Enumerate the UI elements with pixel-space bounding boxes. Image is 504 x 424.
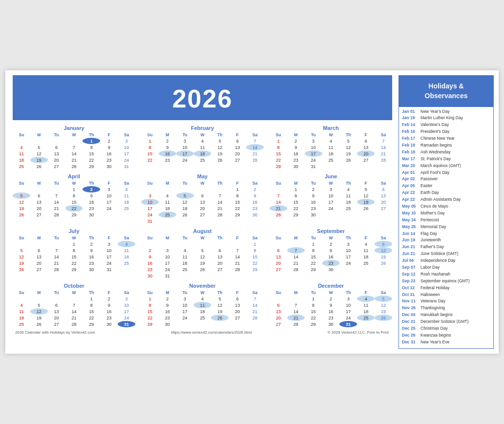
holiday-name: St. Patrick's Day <box>420 156 451 162</box>
month-table-november: SuMTuWThFSa 1234567 891011121314 1516171… <box>141 290 264 327</box>
holiday-item: Dec 31New Year's Eve <box>402 339 490 345</box>
holiday-item: Jul 04Independence Day <box>402 258 490 264</box>
holiday-name: Martin Luther King Day <box>420 115 463 121</box>
holiday-item: Jun 21Father's Day <box>402 244 490 250</box>
holiday-item: Apr 22Admin Assistants Day <box>402 197 490 203</box>
month-title-march: March <box>270 125 392 131</box>
holiday-date: Nov 11 <box>402 298 419 304</box>
holiday-item: Oct 31Halloween <box>402 292 490 298</box>
holiday-name: Veterans Day <box>420 298 445 304</box>
holiday-date: Apr 01 <box>402 170 419 176</box>
holiday-name: Chinese New Year <box>420 136 455 142</box>
holiday-name: Pentecost <box>420 217 439 223</box>
sidebar-header: Holidays &Observances <box>399 76 493 106</box>
holiday-name: Halloween <box>420 292 440 298</box>
holiday-name: Christmas Day <box>420 326 448 332</box>
holiday-name: Flag Day <box>420 231 437 237</box>
holiday-item: Nov 26Thanksgiving <box>402 305 490 311</box>
holiday-name: President's Day <box>420 129 449 135</box>
holiday-date: Mar 17 <box>402 156 419 162</box>
footer-left: 2026 Calendar with Holidays by Vertex42.… <box>15 330 95 335</box>
holiday-item: Apr 01April Fool's Day <box>402 170 490 176</box>
holiday-date: Jan 01 <box>402 109 419 115</box>
holiday-item: Mar 20March equinox (GMT) <box>402 163 490 169</box>
holiday-name: Mother's Day <box>420 211 445 216</box>
holiday-item: Mar 17St. Patrick's Day <box>402 156 490 162</box>
holiday-item: May 25Memorial Day <box>402 224 490 230</box>
month-table-october: SuMTuWThFSa 123 45678910 11121314151617 … <box>13 290 135 327</box>
holiday-date: Sep 12 <box>402 272 419 277</box>
month-december: December SuMTuWThFSa 12345 6789101112 13… <box>270 283 392 327</box>
holiday-date: May 24 <box>402 217 419 223</box>
holiday-date: Oct 31 <box>402 292 419 298</box>
holiday-name: Rosh Hashanah <box>420 272 450 277</box>
holiday-item: Jan 01New Year's Day <box>402 109 490 115</box>
holiday-item: Feb 14Valentine's Day <box>402 122 490 128</box>
holiday-name: Juneteenth <box>420 237 441 243</box>
month-october: October SuMTuWThFSa 123 45678910 1112131… <box>13 283 135 327</box>
holiday-date: Apr 05 <box>402 183 419 189</box>
holiday-date: Feb 18 <box>402 143 419 148</box>
holiday-item: Oct 12Federal Holiday <box>402 285 490 291</box>
holiday-date: Dec 25 <box>402 326 419 332</box>
month-title-february: February <box>141 125 264 131</box>
holiday-date: Apr 22 <box>402 197 419 203</box>
holiday-date: Sep 23 <box>402 278 419 284</box>
holiday-date: Jun 19 <box>402 237 419 243</box>
month-march: March SuMTuWThFSa 1234567 891011121314 1… <box>270 125 392 170</box>
month-table-july: SuMTuWThFSa 1234 567891011 1213141516171… <box>13 235 135 273</box>
month-table-december: SuMTuWThFSa 12345 6789101112 13141516171… <box>270 290 392 327</box>
month-september: September SuMTuWThFSa 12345 6789101112 1… <box>270 228 392 279</box>
holidays-sidebar: Holidays &Observances Jan 01New Year's D… <box>399 75 494 348</box>
holiday-date: Dec 26 <box>402 333 419 339</box>
month-table-march: SuMTuWThFSa 1234567 891011121314 1516171… <box>270 132 392 170</box>
holiday-name: Labor Day <box>420 265 440 271</box>
month-table-june: SuMTuWThFSa 123456 78910111213 141516171… <box>270 180 392 218</box>
month-january: January SuMTuWThFSa 123 45678910 1112131… <box>13 125 135 170</box>
holiday-item: Nov 11Veterans Day <box>402 298 490 304</box>
holiday-name: Passover <box>420 176 438 182</box>
month-title-april: April <box>13 173 135 179</box>
holiday-name: Federal Holiday <box>420 285 450 291</box>
holiday-item: Jun 14Flag Day <box>402 231 490 237</box>
holiday-name: Ash Wednesday <box>420 149 451 155</box>
holiday-date: Feb 17 <box>402 136 419 142</box>
holiday-item: Apr 05Easter <box>402 183 490 189</box>
holiday-item: Sep 07Labor Day <box>402 265 490 271</box>
holiday-date: May 10 <box>402 211 419 216</box>
holiday-item: Jun 21June Solstice (GMT) <box>402 251 490 257</box>
holiday-item: Jan 19Martin Luther King Day <box>402 115 490 121</box>
holiday-date: Nov 26 <box>402 305 419 311</box>
holiday-name: Independence Day <box>420 258 455 264</box>
holiday-name: Cinco de Mayo <box>420 204 448 210</box>
holiday-name: Memorial Day <box>420 224 446 230</box>
holiday-date: Dec 04 <box>402 312 419 318</box>
holiday-name: March equinox (GMT) <box>420 163 461 169</box>
holiday-name: Earth Day <box>420 190 439 196</box>
holiday-name: Kwanzaa begins <box>420 333 451 339</box>
holiday-list: Jan 01New Year's DayJan 19Martin Luther … <box>399 107 493 348</box>
month-title-january: January <box>13 125 135 131</box>
holiday-name: June Solstice (GMT) <box>420 251 458 257</box>
holiday-date: Dec 31 <box>402 339 419 345</box>
holiday-name: April Fool's Day <box>420 170 449 176</box>
holiday-name: December Solstice (GMT) <box>420 319 468 325</box>
holiday-item: Jun 19Juneteenth <box>402 237 490 243</box>
calendar-section: 2026 January SuMTuWThFSa 123 45678910 <box>10 75 395 348</box>
holiday-name: Admin Assistants Day <box>420 197 461 203</box>
holiday-item: Dec 25Christmas Day <box>402 326 490 332</box>
footer: 2026 Calendar with Holidays by Vertex42.… <box>13 330 392 335</box>
holiday-name: Easter <box>420 183 433 189</box>
holiday-name: Father's Day <box>420 244 444 250</box>
holiday-item: May 05Cinco de Mayo <box>402 204 490 210</box>
holiday-name: Thanksgiving <box>420 305 445 311</box>
holiday-item: Sep 23September equinox (GMT) <box>402 278 490 284</box>
footer-center: https://www.vertex42.com/calendars/2026.… <box>95 330 328 335</box>
month-table-february: SuMTuWThFSa 1234567 891011121314 1516171… <box>141 132 264 163</box>
holiday-name: Ramadan begins <box>420 143 452 148</box>
page-wrapper: 2026 January SuMTuWThFSa 123 45678910 <box>5 70 499 353</box>
holiday-date: Jun 21 <box>402 251 419 257</box>
month-title-june: June <box>270 173 392 179</box>
month-table-january: SuMTuWThFSa 123 45678910 11121314151617 … <box>13 132 135 170</box>
holiday-date: Feb 14 <box>402 122 419 128</box>
